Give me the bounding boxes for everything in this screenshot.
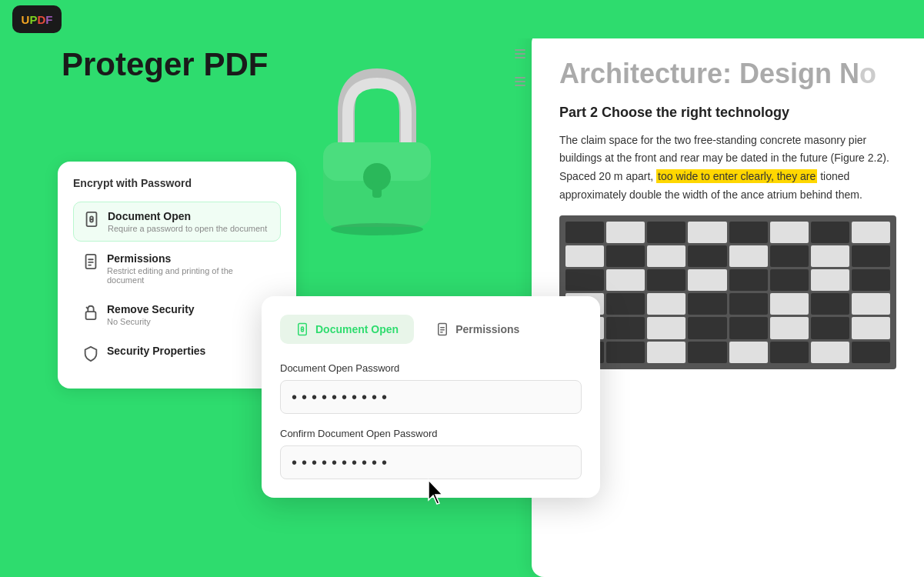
window-26 [606, 293, 645, 315]
toolbar-icon-1[interactable] [512, 46, 528, 62]
panel-item-remove-security-title: Remove Security [107, 303, 195, 315]
document-lock-icon [83, 211, 100, 228]
window-13 [729, 245, 768, 267]
window-34 [606, 317, 645, 339]
pdf-document-title: Architecture: Design No [559, 58, 896, 89]
toolbar-icon-2[interactable] [512, 74, 528, 89]
window-44 [688, 342, 726, 363]
permissions-tab-icon [435, 322, 449, 336]
window-21 [729, 269, 768, 291]
window-18 [606, 269, 645, 291]
window-27 [647, 293, 685, 315]
window-11 [647, 245, 685, 267]
window-20 [688, 269, 726, 291]
confirm-password-input[interactable] [280, 445, 582, 479]
top-bar: UPDF [0, 0, 924, 38]
window-23 [811, 269, 849, 291]
window-9 [565, 245, 604, 267]
window-30 [770, 293, 809, 315]
window-37 [729, 317, 768, 339]
panel-item-security-properties-content: Security Properties [107, 345, 205, 359]
dialog-tab-permissions[interactable]: Permissions [420, 315, 535, 344]
window-47 [811, 342, 849, 363]
padlock-illustration [300, 62, 454, 231]
permissions-icon [82, 253, 99, 270]
panel-item-permissions-content: Permissions Restrict editing and printin… [107, 252, 272, 285]
window-1 [565, 222, 604, 243]
remove-security-icon [82, 304, 99, 321]
window-42 [606, 342, 645, 363]
window-12 [688, 245, 726, 267]
window-24 [852, 269, 890, 291]
pdf-section-subtitle: Part 2 Choose the right technology [559, 105, 896, 121]
password-dialog: Document Open Permissions Document Open … [262, 296, 600, 498]
window-40 [852, 317, 890, 339]
pdf-building-image [559, 215, 896, 369]
window-14 [770, 245, 809, 267]
encrypt-panel: Encrypt with Password Document Open Requ… [58, 162, 296, 389]
panel-item-security-properties[interactable]: Security Properties [73, 337, 281, 370]
pdf-body-text: The claim space for the two free-standin… [559, 132, 896, 205]
panel-item-remove-security[interactable]: Remove Security No Security [73, 295, 281, 334]
logo-letter-f: F [45, 13, 52, 26]
window-6 [770, 222, 809, 243]
window-45 [729, 342, 768, 363]
svg-rect-3 [372, 181, 382, 198]
window-48 [852, 342, 890, 363]
dialog-tabs: Document Open Permissions [280, 315, 582, 344]
highlighted-text: too wide to enter clearly, they are [656, 169, 817, 183]
window-2 [606, 222, 645, 243]
window-31 [811, 293, 849, 315]
password-input[interactable] [280, 380, 582, 414]
panel-item-document-open-subtitle: Require a password to open the document [108, 224, 267, 233]
building-grid [559, 215, 896, 369]
logo-letter-p: P [29, 13, 37, 26]
window-43 [647, 342, 685, 363]
password-field-label: Document Open Password [280, 362, 582, 374]
svg-line-12 [87, 308, 88, 309]
panel-item-permissions-title: Permissions [107, 252, 272, 265]
window-46 [770, 342, 809, 363]
window-8 [852, 222, 890, 243]
window-3 [647, 222, 685, 243]
window-19 [647, 269, 685, 291]
window-16 [852, 245, 890, 267]
dialog-tab-permissions-label: Permissions [455, 323, 519, 335]
window-10 [606, 245, 645, 267]
window-36 [688, 317, 726, 339]
dialog-tab-document-open-label: Document Open [315, 323, 399, 335]
window-38 [770, 317, 809, 339]
dialog-tab-document-open[interactable]: Document Open [280, 315, 414, 344]
panel-item-remove-security-content: Remove Security No Security [107, 303, 195, 326]
svg-rect-11 [86, 312, 96, 319]
window-39 [811, 317, 849, 339]
document-open-tab-icon [295, 322, 309, 336]
page-title: Proteger PDF [62, 46, 268, 83]
window-35 [647, 317, 685, 339]
app-logo: UPDF [12, 5, 62, 33]
panel-item-permissions[interactable]: Permissions Restrict editing and printin… [73, 245, 281, 292]
panel-item-document-open-content: Document Open Require a password to open… [108, 210, 267, 233]
panel-item-permissions-subtitle: Restrict editing and printing of the doc… [107, 266, 272, 285]
encrypt-panel-title: Encrypt with Password [73, 177, 281, 189]
logo-letter-d: D [37, 13, 45, 26]
panel-item-remove-security-subtitle: No Security [107, 317, 195, 326]
window-15 [811, 245, 849, 267]
confirm-password-field-label: Confirm Document Open Password [280, 428, 582, 439]
window-28 [688, 293, 726, 315]
svg-point-4 [331, 223, 423, 235]
security-properties-icon [82, 345, 99, 362]
panel-item-document-open-title: Document Open [108, 210, 267, 222]
window-7 [811, 222, 849, 243]
window-32 [852, 293, 890, 315]
pdf-secondary-text: Thecoothlonframe [559, 380, 896, 476]
window-22 [770, 269, 809, 291]
window-17 [565, 269, 604, 291]
window-4 [688, 222, 726, 243]
logo-letter-u: U [22, 13, 30, 26]
window-29 [729, 293, 768, 315]
panel-item-security-properties-title: Security Properties [107, 345, 205, 357]
panel-item-document-open[interactable]: Document Open Require a password to open… [73, 202, 281, 242]
window-5 [729, 222, 768, 243]
